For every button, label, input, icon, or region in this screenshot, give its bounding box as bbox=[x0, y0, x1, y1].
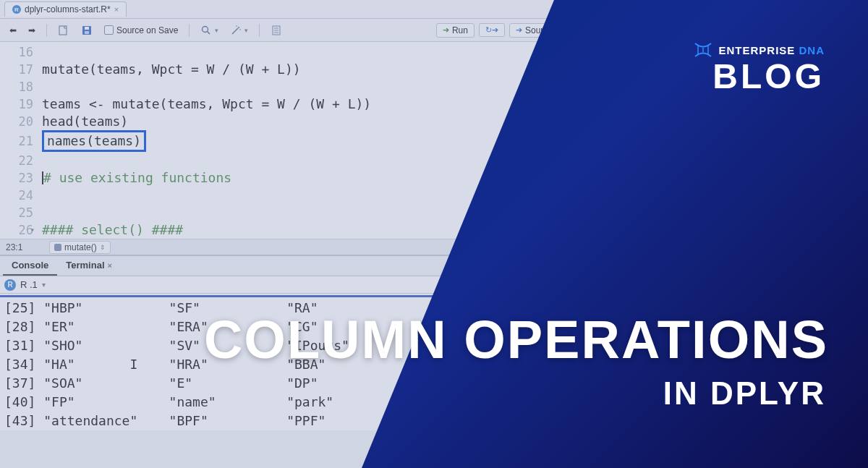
tab-terminal-label: Terminal bbox=[66, 260, 104, 271]
run-button[interactable]: ➔ Run bbox=[436, 23, 475, 38]
save-button[interactable] bbox=[77, 23, 96, 38]
brand-dna: DNA bbox=[799, 44, 825, 56]
function-scope-indicator[interactable]: mutate() ⇕ bbox=[49, 241, 111, 254]
file-tab-label: dplyr-columns-start.R* bbox=[25, 4, 111, 14]
run-label: Run bbox=[452, 25, 468, 35]
source-on-save-checkbox[interactable]: Source on Save bbox=[101, 24, 182, 37]
code-line: mutate(teams, Wpct = W / (W + L)) bbox=[42, 61, 301, 78]
file-tab[interactable]: R dplyr-columns-start.R* × bbox=[4, 1, 127, 17]
wand-icon bbox=[230, 25, 242, 36]
line-number: 18 bbox=[0, 78, 42, 95]
r-logo-icon: R bbox=[4, 279, 16, 291]
svg-point-4 bbox=[203, 26, 208, 32]
logo-area: ENTERPRISE DNA BLOG bbox=[694, 42, 825, 94]
cursor-position: 23:1 bbox=[6, 242, 42, 252]
code-comment-line: # use existing functions bbox=[43, 169, 231, 187]
brand-blog: BLOG bbox=[694, 59, 825, 94]
code-line: head(teams) bbox=[42, 113, 128, 130]
file-icon bbox=[58, 25, 69, 36]
line-number: 20 bbox=[0, 113, 42, 130]
brand-enterprise: ENTERPRISE DNA bbox=[718, 44, 825, 56]
close-icon[interactable]: × bbox=[114, 5, 119, 14]
notebook-icon bbox=[271, 25, 282, 36]
editor-toolbar: ⬅ ➡ Source on Save ▾ ▾ ➔ Run bbox=[0, 19, 593, 42]
line-number: 17 bbox=[0, 61, 42, 78]
checkbox-icon bbox=[104, 25, 114, 35]
tab-console[interactable]: Console bbox=[3, 256, 57, 276]
r-file-icon: R bbox=[12, 5, 21, 14]
line-number: 19 bbox=[0, 95, 42, 113]
line-number: 23 bbox=[0, 169, 42, 187]
show-file-button[interactable] bbox=[54, 23, 73, 38]
line-number: 21 bbox=[0, 132, 42, 150]
highlighted-code-line: names(teams) bbox=[42, 130, 146, 152]
svg-point-8 bbox=[237, 25, 238, 27]
line-number: 16 bbox=[0, 43, 42, 61]
headline-main: COLUMN OPERATIONS bbox=[204, 313, 828, 367]
save-icon bbox=[81, 25, 93, 36]
dna-helix-icon bbox=[694, 42, 712, 58]
svg-line-6 bbox=[232, 28, 238, 34]
find-button[interactable]: ▾ bbox=[197, 23, 222, 38]
rerun-button[interactable]: ↻➔ bbox=[479, 23, 505, 37]
source-on-save-label: Source on Save bbox=[116, 25, 178, 35]
headline-sub: IN DPLYR bbox=[663, 375, 826, 412]
svg-point-7 bbox=[238, 27, 239, 28]
run-arrow-icon: ➔ bbox=[443, 25, 449, 35]
rerun-icon: ↻➔ bbox=[485, 25, 498, 35]
editor-tab-bar: R dplyr-columns-start.R* × ▭ ▢ bbox=[0, 0, 593, 19]
svg-rect-3 bbox=[85, 31, 89, 34]
line-number: 26 bbox=[0, 221, 42, 239]
line-number: 24 bbox=[0, 187, 42, 204]
back-button[interactable]: ⬅ bbox=[6, 24, 20, 37]
svg-line-5 bbox=[208, 31, 210, 34]
r-version-label: R .1 bbox=[20, 279, 38, 290]
svg-rect-0 bbox=[59, 26, 67, 35]
fold-arrow-icon[interactable]: ▾ bbox=[30, 221, 35, 239]
svg-rect-2 bbox=[85, 27, 89, 30]
updown-icon: ⇕ bbox=[100, 244, 106, 251]
function-icon bbox=[54, 244, 61, 251]
compile-report-button[interactable] bbox=[267, 23, 286, 38]
close-icon[interactable]: × bbox=[108, 261, 112, 270]
forward-button[interactable]: ➡ bbox=[25, 24, 39, 37]
search-icon bbox=[200, 25, 212, 36]
code-line: teams <- mutate(teams, Wpct = W / (W + L… bbox=[42, 95, 371, 113]
tab-terminal[interactable]: Terminal× bbox=[57, 256, 121, 276]
source-arrow-icon: ➔ bbox=[516, 25, 522, 35]
code-tools-button[interactable]: ▾ bbox=[226, 23, 252, 38]
tab-console-label: Console bbox=[12, 260, 48, 271]
line-number: 25 bbox=[0, 204, 42, 221]
code-comment-line: #### select() #### bbox=[42, 221, 183, 239]
line-number: 22 bbox=[0, 152, 42, 169]
dropdown-icon[interactable]: ▾ bbox=[42, 281, 46, 289]
svg-point-9 bbox=[240, 29, 242, 30]
function-scope-label: mutate() bbox=[64, 242, 97, 252]
